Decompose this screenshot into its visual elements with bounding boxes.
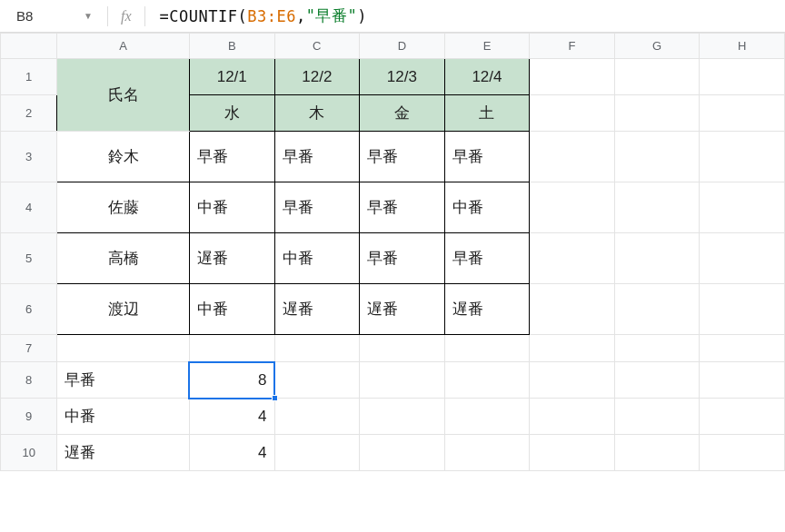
cell-B5[interactable]: 遅番 — [189, 233, 274, 284]
cell-H5[interactable] — [700, 233, 785, 284]
cell-G9[interactable] — [614, 399, 700, 435]
cell-F10[interactable] — [530, 435, 615, 471]
cell-B4[interactable]: 中番 — [189, 182, 274, 233]
selection-fill-handle[interactable] — [272, 395, 278, 401]
cell-G7[interactable] — [614, 335, 700, 362]
cell-E1[interactable]: 12/4 — [444, 59, 530, 95]
cell-F9[interactable] — [530, 399, 615, 435]
cell-D2[interactable]: 金 — [360, 95, 445, 132]
cell-A7[interactable] — [57, 335, 190, 362]
row-header-5[interactable]: 5 — [1, 233, 57, 284]
col-header-B[interactable]: B — [189, 34, 274, 59]
formula-input[interactable]: =COUNTIF(B3:E6,"早番") — [154, 5, 778, 28]
cell-F1[interactable] — [530, 59, 615, 95]
cell-A1[interactable]: 氏名 — [57, 59, 190, 132]
col-header-G[interactable]: G — [614, 34, 700, 59]
cell-E7[interactable] — [444, 335, 530, 362]
cell-B6[interactable]: 中番 — [189, 284, 274, 335]
cell-D10[interactable] — [360, 435, 445, 471]
name-box-dropdown-icon[interactable]: ▼ — [84, 11, 93, 21]
col-header-C[interactable]: C — [274, 34, 360, 59]
col-header-D[interactable]: D — [360, 34, 445, 59]
cell-B2[interactable]: 水 — [189, 95, 274, 132]
cell-A6[interactable]: 渡辺 — [57, 284, 190, 335]
cell-B10[interactable]: 4 — [189, 435, 274, 471]
row-header-7[interactable]: 7 — [1, 335, 57, 362]
cell-C2[interactable]: 木 — [274, 95, 360, 132]
cell-D1[interactable]: 12/3 — [360, 59, 445, 95]
cell-C10[interactable] — [274, 435, 360, 471]
cell-E2[interactable]: 土 — [444, 95, 530, 132]
cell-D9[interactable] — [360, 399, 445, 435]
cell-H10[interactable] — [700, 435, 785, 471]
row-header-1[interactable]: 1 — [1, 59, 57, 95]
cell-B9[interactable]: 4 — [189, 399, 274, 435]
cell-H4[interactable] — [700, 182, 785, 233]
name-box[interactable]: B8 ▼ — [7, 5, 98, 28]
cell-D6[interactable]: 遅番 — [360, 284, 445, 335]
cell-C1[interactable]: 12/2 — [274, 59, 360, 95]
cell-B8[interactable]: 8 — [189, 362, 274, 399]
select-all-corner[interactable] — [1, 34, 57, 59]
cell-E4[interactable]: 中番 — [444, 182, 530, 233]
col-header-E[interactable]: E — [444, 34, 530, 59]
row-header-4[interactable]: 4 — [1, 182, 57, 233]
cell-G5[interactable] — [614, 233, 700, 284]
cell-C4[interactable]: 早番 — [274, 182, 360, 233]
cell-G8[interactable] — [614, 362, 700, 399]
cell-B1[interactable]: 12/1 — [189, 59, 274, 95]
cell-G6[interactable] — [614, 284, 700, 335]
cell-E10[interactable] — [444, 435, 530, 471]
cell-E9[interactable] — [444, 399, 530, 435]
cell-D8[interactable] — [360, 362, 445, 399]
cell-F6[interactable] — [530, 284, 615, 335]
cell-F4[interactable] — [530, 182, 615, 233]
cell-D3[interactable]: 早番 — [360, 132, 445, 182]
cell-D7[interactable] — [360, 335, 445, 362]
spreadsheet-grid[interactable]: A B C D E F G H 1 氏名 12/1 12/2 12/3 12/4… — [0, 33, 785, 471]
cell-B7[interactable] — [189, 335, 274, 362]
cell-H8[interactable] — [700, 362, 785, 399]
cell-H6[interactable] — [700, 284, 785, 335]
cell-H1[interactable] — [700, 59, 785, 95]
cell-B3[interactable]: 早番 — [189, 132, 274, 182]
cell-H3[interactable] — [700, 132, 785, 182]
cell-E6[interactable]: 遅番 — [444, 284, 530, 335]
cell-C5[interactable]: 中番 — [274, 233, 360, 284]
row-header-8[interactable]: 8 — [1, 362, 57, 399]
cell-G4[interactable] — [614, 182, 700, 233]
cell-F5[interactable] — [530, 233, 615, 284]
cell-A5[interactable]: 高橋 — [57, 233, 190, 284]
cell-H7[interactable] — [700, 335, 785, 362]
cell-C6[interactable]: 遅番 — [274, 284, 360, 335]
cell-F3[interactable] — [530, 132, 615, 182]
cell-F7[interactable] — [530, 335, 615, 362]
cell-C8[interactable] — [274, 362, 360, 399]
cell-E8[interactable] — [444, 362, 530, 399]
col-header-H[interactable]: H — [700, 34, 785, 59]
cell-H9[interactable] — [700, 399, 785, 435]
cell-H2[interactable] — [700, 95, 785, 132]
cell-A8[interactable]: 早番 — [57, 362, 190, 399]
cell-F2[interactable] — [530, 95, 615, 132]
row-header-9[interactable]: 9 — [1, 399, 57, 435]
cell-G2[interactable] — [614, 95, 700, 132]
cell-G10[interactable] — [614, 435, 700, 471]
cell-A9[interactable]: 中番 — [57, 399, 190, 435]
cell-A10[interactable]: 遅番 — [57, 435, 190, 471]
cell-D4[interactable]: 早番 — [360, 182, 445, 233]
row-header-10[interactable]: 10 — [1, 435, 57, 471]
cell-D5[interactable]: 早番 — [360, 233, 445, 284]
cell-E3[interactable]: 早番 — [444, 132, 530, 182]
cell-A4[interactable]: 佐藤 — [57, 182, 190, 233]
fx-icon[interactable]: fx — [117, 8, 135, 25]
col-header-A[interactable]: A — [57, 34, 190, 59]
cell-A3[interactable]: 鈴木 — [57, 132, 190, 182]
cell-C9[interactable] — [274, 399, 360, 435]
row-header-3[interactable]: 3 — [1, 132, 57, 182]
col-header-F[interactable]: F — [530, 34, 615, 59]
cell-F8[interactable] — [530, 362, 615, 399]
cell-C7[interactable] — [274, 335, 360, 362]
cell-C3[interactable]: 早番 — [274, 132, 360, 182]
cell-E5[interactable]: 早番 — [444, 233, 530, 284]
